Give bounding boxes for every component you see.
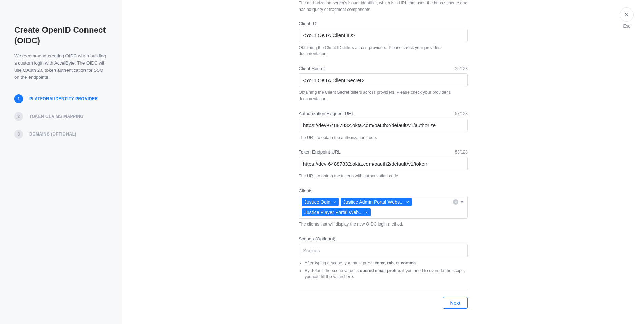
client-tag-label: Justice Admin Portal Webs... [343, 199, 404, 205]
client-tag-label: Justice Odin [304, 199, 330, 205]
page-description: We recommend creating OIDC when building… [14, 53, 108, 81]
step-token-claims-mapping[interactable]: 2 TOKEN CLAIMS MAPPING [14, 112, 108, 121]
token-url-input[interactable] [299, 157, 468, 170]
client-id-hint: Obtaining the Client ID differs across p… [299, 44, 468, 57]
client-tag-label: Justice Player Portal Web... [304, 210, 363, 215]
client-tag: Justice Odin × [302, 198, 339, 206]
client-tag: Justice Player Portal Web... × [302, 208, 371, 216]
scopes-input[interactable] [299, 244, 468, 257]
step-label: TOKEN CLAIMS MAPPING [29, 114, 83, 119]
token-url-hint: The URL to obtain the tokens with author… [299, 173, 468, 179]
scopes-label: Scopes (Optional) [299, 236, 335, 241]
scopes-hint: After typing a scope, you must press ent… [299, 260, 468, 280]
step-label: PLATFORM IDENTITY PROVIDER [29, 96, 98, 101]
client-secret-count: 25/128 [455, 66, 468, 71]
close-icon [624, 12, 630, 18]
clear-all-icon[interactable]: ✕ [453, 199, 458, 205]
client-secret-input[interactable] [299, 73, 468, 87]
clients-label: Clients [299, 188, 312, 193]
step-domains-optional[interactable]: 3 DOMAINS (OPTIONAL) [14, 130, 108, 139]
auth-url-label: Authorization Request URL [299, 111, 354, 116]
auth-url-count: 57/128 [455, 111, 468, 116]
footer: Next [299, 297, 468, 309]
clients-multiselect[interactable]: Justice Odin × Justice Admin Portal Webs… [299, 196, 468, 219]
page-title: Create OpenID Connect (OIDC) [14, 24, 108, 47]
clients-hint: The clients that will display the new OI… [299, 221, 468, 228]
issuer-help-text: The authorization server's issuer identi… [299, 0, 468, 13]
divider [299, 289, 468, 289]
step-number: 2 [14, 112, 23, 121]
field-client-id: Client ID Obtaining the Client ID differ… [299, 21, 468, 57]
step-label: DOMAINS (OPTIONAL) [29, 132, 76, 137]
step-number: 3 [14, 130, 23, 139]
close-button[interactable] [620, 7, 634, 22]
next-button[interactable]: Next [443, 297, 468, 309]
step-number: 1 [14, 94, 23, 103]
remove-tag-icon[interactable]: × [365, 210, 368, 215]
esc-label: Esc [620, 24, 634, 29]
field-clients: Clients Justice Odin × Justice Admin Por… [299, 188, 468, 228]
field-auth-url: Authorization Request URL 57/128 The URL… [299, 111, 468, 141]
client-secret-hint: Obtaining the Client Secret differs acro… [299, 89, 468, 102]
step-platform-identity-provider[interactable]: 1 PLATFORM IDENTITY PROVIDER [14, 94, 108, 103]
token-url-label: Token Endpoint URL [299, 149, 341, 155]
client-secret-label: Client Secret [299, 66, 325, 71]
client-id-label: Client ID [299, 21, 316, 26]
auth-url-input[interactable] [299, 119, 468, 132]
client-tag: Justice Admin Portal Webs... × [341, 198, 412, 206]
token-url-count: 53/128 [455, 150, 468, 155]
main-content: The authorization server's issuer identi… [122, 0, 644, 324]
remove-tag-icon[interactable]: × [333, 200, 336, 205]
client-id-input[interactable] [299, 29, 468, 42]
field-scopes: Scopes (Optional) After typing a scope, … [299, 236, 468, 280]
auth-url-hint: The URL to obtain the authorization code… [299, 134, 468, 141]
remove-tag-icon[interactable]: × [406, 200, 409, 205]
chevron-down-icon[interactable] [460, 201, 464, 203]
sidebar: Create OpenID Connect (OIDC) We recommen… [0, 0, 122, 324]
close-area: Esc [620, 7, 634, 29]
field-token-url: Token Endpoint URL 53/128 The URL to obt… [299, 149, 468, 179]
field-client-secret: Client Secret 25/128 Obtaining the Clien… [299, 66, 468, 102]
